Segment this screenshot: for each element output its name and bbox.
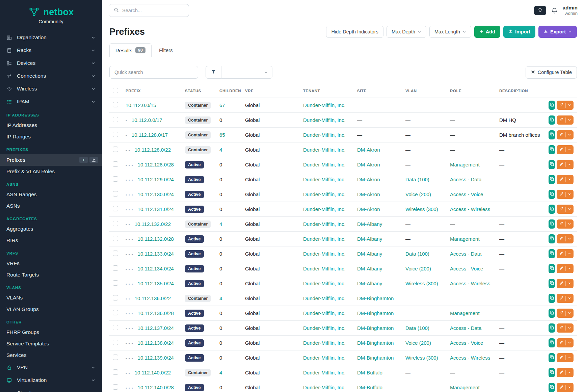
site-link[interactable]: DM-Akron <box>357 162 380 167</box>
clone-button[interactable] <box>549 249 555 258</box>
quick-import-button[interactable] <box>89 157 98 163</box>
edit-button[interactable] <box>557 101 574 110</box>
sidebar-item-connections[interactable]: Connections <box>0 70 102 82</box>
row-checkbox[interactable] <box>113 191 118 197</box>
sidebar-item-organization[interactable]: Organization <box>0 31 102 44</box>
sidebar-item-racks[interactable]: Racks <box>0 44 102 57</box>
edit-button[interactable] <box>557 219 574 229</box>
tenant-link[interactable]: Dunder-Mifflin, Inc. <box>303 177 346 182</box>
sidebar-item-aggregates[interactable]: Aggregates <box>0 223 102 235</box>
prefix-link[interactable]: 10.112.136.0/22 <box>135 295 171 301</box>
quick-search-input[interactable] <box>109 66 198 79</box>
prefix-link[interactable]: 10.112.137.0/24 <box>138 325 174 331</box>
max-depth-dropdown[interactable]: Max Depth <box>387 26 426 38</box>
tenant-link[interactable]: Dunder-Mifflin, Inc. <box>303 355 346 361</box>
import-button[interactable]: Import <box>503 26 535 38</box>
vlan-link[interactable]: Wireless (300) <box>405 281 438 286</box>
tenant-link[interactable]: Dunder-Mifflin, Inc. <box>303 132 346 138</box>
site-link[interactable]: DM-Binghamton <box>357 295 394 301</box>
row-checkbox[interactable] <box>113 102 118 107</box>
site-link[interactable]: DM-Buffalo <box>357 385 382 390</box>
edit-button[interactable] <box>557 353 574 362</box>
edit-button[interactable] <box>557 323 574 333</box>
prefix-link[interactable]: 10.112.0.0/17 <box>132 117 162 123</box>
row-checkbox[interactable] <box>113 369 118 375</box>
role-link[interactable]: Management <box>450 236 480 242</box>
filter-button[interactable] <box>206 66 221 79</box>
tenant-link[interactable]: Dunder-Mifflin, Inc. <box>303 206 346 212</box>
role-link[interactable]: Access - Voice <box>450 191 483 197</box>
sidebar-item-prefix-vlan-roles[interactable]: Prefix & VLAN Roles <box>0 166 102 177</box>
site-link[interactable]: DM-Akron <box>357 147 380 153</box>
role-link[interactable]: Access - Voice <box>450 340 483 346</box>
prefix-link[interactable]: 10.112.133.0/24 <box>138 251 174 257</box>
site-link[interactable]: DM-Akron <box>357 206 380 212</box>
vlan-link[interactable]: Wireless (300) <box>405 355 438 361</box>
row-checkbox[interactable] <box>113 355 118 360</box>
edit-button[interactable] <box>557 190 574 199</box>
prefix-link[interactable]: 10.112.130.0/24 <box>138 191 174 197</box>
edit-button[interactable] <box>557 145 574 154</box>
edit-button[interactable] <box>557 383 574 392</box>
column-header-site[interactable]: SITE <box>354 84 402 98</box>
tenant-link[interactable]: Dunder-Mifflin, Inc. <box>303 147 346 153</box>
hide-depth-indicators-button[interactable]: Hide Depth Indicators <box>326 26 383 38</box>
row-checkbox[interactable] <box>113 206 118 211</box>
notifications-bell-icon[interactable] <box>551 7 558 14</box>
row-checkbox[interactable] <box>113 265 118 271</box>
sidebar-item-circuits[interactable]: Circuits <box>0 387 102 392</box>
sidebar-item-route-targets[interactable]: Route Targets <box>0 269 102 281</box>
prefix-link[interactable]: 10.112.131.0/24 <box>138 206 174 212</box>
clone-button[interactable] <box>549 219 555 229</box>
site-link[interactable]: DM-Buffalo <box>357 370 382 375</box>
role-link[interactable]: Access - Data <box>450 177 481 182</box>
sidebar-item-vlan-groups[interactable]: VLAN Groups <box>0 304 102 315</box>
row-checkbox[interactable] <box>113 161 118 167</box>
sidebar-item-devices[interactable]: Devices <box>0 57 102 70</box>
tab-filters[interactable]: Filters <box>153 43 179 57</box>
tenant-link[interactable]: Dunder-Mifflin, Inc. <box>303 251 346 257</box>
clone-button[interactable] <box>549 294 555 303</box>
sidebar-item-fhrp-groups[interactable]: FHRP Groups <box>0 326 102 338</box>
clone-button[interactable] <box>549 338 555 347</box>
children-count[interactable]: 65 <box>219 132 225 138</box>
clone-button[interactable] <box>549 383 555 392</box>
edit-button[interactable] <box>557 279 574 288</box>
column-header-children[interactable]: CHILDREN <box>216 84 242 98</box>
row-checkbox[interactable] <box>113 340 118 345</box>
edit-button[interactable] <box>557 175 574 184</box>
vlan-link[interactable]: Voice (200) <box>405 266 431 271</box>
vlan-link[interactable]: Voice (200) <box>405 191 431 197</box>
site-link[interactable]: DM-Binghamton <box>357 340 394 346</box>
clone-button[interactable] <box>549 190 555 199</box>
user-menu[interactable]: admin Admin <box>563 5 578 17</box>
tenant-link[interactable]: Dunder-Mifflin, Inc. <box>303 370 346 375</box>
sidebar-item-vpn[interactable]: VPN <box>0 361 102 374</box>
edit-button[interactable] <box>557 338 574 347</box>
column-header-description[interactable]: DESCRIPTION <box>496 84 545 98</box>
site-link[interactable]: DM-Albany <box>357 266 382 271</box>
clone-button[interactable] <box>549 234 555 243</box>
edit-button[interactable] <box>557 294 574 303</box>
edit-button[interactable] <box>557 264 574 273</box>
clone-button[interactable] <box>549 130 555 139</box>
sidebar-item-rirs[interactable]: RIRs <box>0 235 102 246</box>
row-checkbox[interactable] <box>113 310 118 315</box>
prefix-link[interactable]: 10.112.140.0/22 <box>135 370 171 375</box>
site-link[interactable]: DM-Akron <box>357 191 380 197</box>
tenant-link[interactable]: Dunder-Mifflin, Inc. <box>303 295 346 301</box>
column-header-vlan[interactable]: VLAN <box>402 84 447 98</box>
prefix-link[interactable]: 10.112.140.0/28 <box>138 385 174 390</box>
clone-button[interactable] <box>549 175 555 184</box>
clone-button[interactable] <box>549 145 555 154</box>
tenant-link[interactable]: Dunder-Mifflin, Inc. <box>303 102 346 108</box>
global-search[interactable] <box>109 4 189 17</box>
prefix-link[interactable]: 10.112.0.0/15 <box>126 102 156 108</box>
edit-button[interactable] <box>557 249 574 258</box>
sidebar-item-vrfs[interactable]: VRFs <box>0 258 102 269</box>
site-link[interactable]: DM-Binghamton <box>357 355 394 361</box>
site-link[interactable]: DM-Albany <box>357 236 382 242</box>
edit-button[interactable] <box>557 368 574 377</box>
prefix-link[interactable]: 10.112.128.0/22 <box>135 147 171 153</box>
tenant-link[interactable]: Dunder-Mifflin, Inc. <box>303 117 346 123</box>
